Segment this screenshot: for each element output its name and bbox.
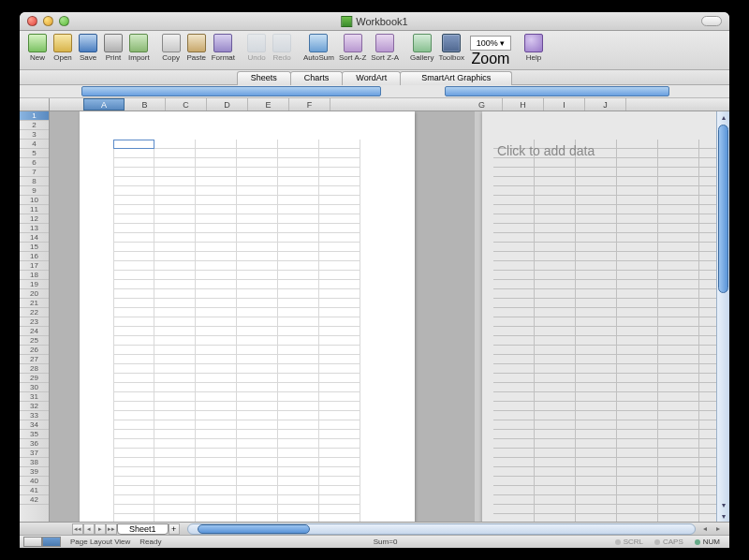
- cell[interactable]: [535, 205, 576, 214]
- cell[interactable]: [319, 252, 360, 261]
- cell[interactable]: [319, 308, 360, 317]
- scroll-down-arrow[interactable]: ▾: [719, 500, 728, 509]
- print-button[interactable]: Print: [101, 33, 125, 62]
- cell[interactable]: [237, 336, 278, 346]
- cell[interactable]: [154, 205, 196, 214]
- cell[interactable]: [113, 402, 154, 411]
- cell[interactable]: [237, 477, 278, 486]
- cell[interactable]: [113, 430, 154, 439]
- cell[interactable]: [699, 402, 716, 411]
- cell[interactable]: [617, 261, 658, 271]
- cell[interactable]: [319, 168, 360, 177]
- cell[interactable]: [576, 149, 617, 158]
- row-header-11[interactable]: 11: [20, 205, 49, 214]
- cell[interactable]: [154, 168, 196, 177]
- cell[interactable]: [113, 495, 154, 505]
- cell[interactable]: [658, 280, 699, 289]
- cell[interactable]: [237, 158, 278, 168]
- paste-button[interactable]: Paste: [184, 33, 209, 62]
- cell[interactable]: [535, 383, 576, 392]
- cell[interactable]: [535, 458, 576, 467]
- cell[interactable]: [493, 186, 535, 196]
- cell[interactable]: [196, 336, 237, 346]
- tab-nav-prev[interactable]: ◂: [83, 523, 95, 535]
- cell[interactable]: [493, 402, 535, 411]
- cell[interactable]: [196, 514, 237, 522]
- cell[interactable]: [699, 336, 716, 346]
- cell[interactable]: [576, 383, 617, 392]
- cell[interactable]: [278, 196, 319, 205]
- cell[interactable]: [237, 355, 278, 364]
- cell[interactable]: [319, 467, 360, 477]
- cell[interactable]: [154, 392, 196, 402]
- cell[interactable]: [237, 233, 278, 243]
- cell[interactable]: [113, 420, 154, 430]
- copy-button[interactable]: Copy: [159, 33, 184, 62]
- row-header-23[interactable]: 23: [20, 317, 49, 327]
- cell[interactable]: [617, 177, 658, 186]
- cell[interactable]: [278, 439, 319, 449]
- scroll-down-arrow[interactable]: ▾: [719, 511, 728, 521]
- cell[interactable]: [576, 355, 617, 364]
- cell[interactable]: [319, 458, 360, 467]
- cell[interactable]: [535, 477, 576, 486]
- cell[interactable]: [278, 299, 319, 308]
- row-header-39[interactable]: 39: [20, 467, 49, 477]
- cell[interactable]: [196, 486, 237, 495]
- cell[interactable]: [154, 252, 196, 261]
- cell[interactable]: [237, 486, 278, 495]
- cell[interactable]: [576, 196, 617, 205]
- cell[interactable]: [113, 261, 154, 271]
- row-header-3[interactable]: 3: [20, 130, 49, 140]
- cell[interactable]: [493, 420, 535, 430]
- cell[interactable]: [278, 495, 319, 505]
- cell[interactable]: [278, 233, 319, 243]
- cell[interactable]: [319, 439, 360, 449]
- cell[interactable]: [699, 439, 716, 449]
- cell[interactable]: [493, 168, 535, 177]
- new-button[interactable]: New: [25, 33, 50, 62]
- cell[interactable]: [493, 364, 535, 374]
- cell[interactable]: [493, 346, 535, 355]
- cell[interactable]: [154, 280, 196, 289]
- row-header-19[interactable]: 19: [20, 280, 49, 289]
- cell[interactable]: [278, 336, 319, 346]
- cell[interactable]: [576, 364, 617, 374]
- cell[interactable]: [699, 289, 716, 299]
- cell[interactable]: [278, 477, 319, 486]
- cell[interactable]: [699, 158, 716, 168]
- cell[interactable]: [535, 214, 576, 224]
- cell[interactable]: [535, 346, 576, 355]
- cell[interactable]: [113, 317, 154, 327]
- cell[interactable]: [493, 355, 535, 364]
- row-header-38[interactable]: 38: [20, 458, 49, 467]
- cell[interactable]: [319, 158, 360, 168]
- cell[interactable]: [576, 458, 617, 467]
- vertical-scrollbar[interactable]: ▴ ▾ ▾: [716, 111, 729, 522]
- row-header-30[interactable]: 30: [20, 383, 49, 392]
- cell[interactable]: [493, 374, 535, 383]
- cell[interactable]: [196, 477, 237, 486]
- cell[interactable]: [658, 317, 699, 327]
- cell[interactable]: [237, 243, 278, 252]
- cell[interactable]: [699, 477, 716, 486]
- cell[interactable]: [535, 280, 576, 289]
- cell[interactable]: [278, 486, 319, 495]
- cell[interactable]: [237, 280, 278, 289]
- cell[interactable]: [699, 261, 716, 271]
- cell[interactable]: [658, 514, 699, 522]
- add-sheet-button[interactable]: +: [169, 523, 180, 535]
- gallery-button[interactable]: Gallery: [408, 33, 435, 62]
- cell[interactable]: [576, 261, 617, 271]
- cell[interactable]: [535, 420, 576, 430]
- cell[interactable]: [278, 383, 319, 392]
- cell[interactable]: [535, 355, 576, 364]
- cell[interactable]: [196, 280, 237, 289]
- cell[interactable]: [699, 374, 716, 383]
- cell[interactable]: [699, 177, 716, 186]
- cell[interactable]: [535, 336, 576, 346]
- cell[interactable]: [278, 271, 319, 280]
- open-button[interactable]: Open: [51, 33, 75, 62]
- cell[interactable]: [493, 214, 535, 224]
- cell[interactable]: [535, 327, 576, 336]
